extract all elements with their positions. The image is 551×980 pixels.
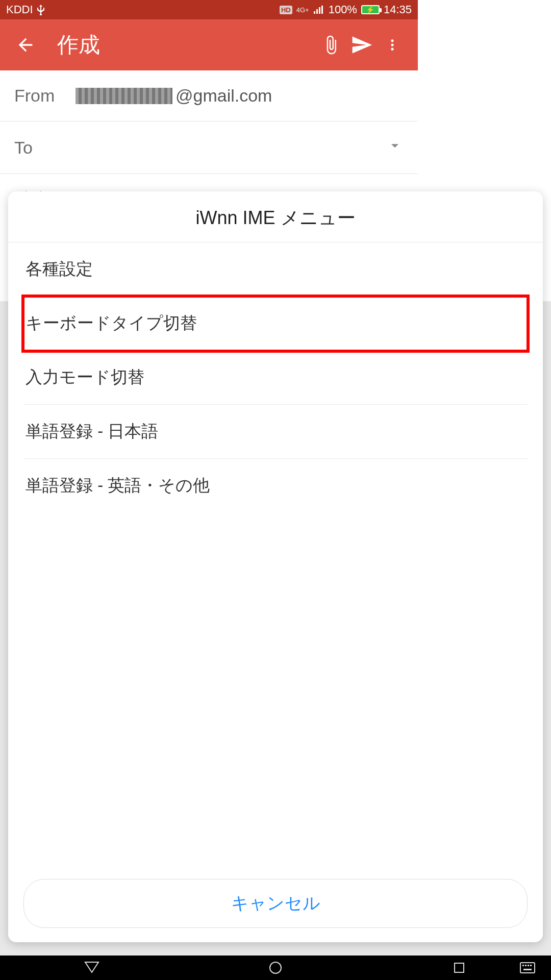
ime-menu-item-dict-en[interactable]: 単語登録 - 英語・その他 [23,459,418,512]
ime-menu-dialog: iWnn IME メニュー 各種設定 キーボードタイプ切替 入力モード切替 単語… [8,191,418,743]
ime-menu-item-settings[interactable]: 各種設定 [23,242,418,297]
ime-menu-item-keyboard-type[interactable]: キーボードタイプ切替 [23,297,418,351]
ime-menu-item-label: 入力モード切替 [26,368,144,386]
ime-menu-item-label: 単語登録 - 英語・その他 [26,476,210,495]
ime-menu-item-label: キーボードタイプ切替 [26,313,197,332]
ime-menu-title: iWnn IME メニュー [8,191,418,242]
ime-menu-backdrop: iWnn IME メニュー 各種設定 キーボードタイプ切替 入力モード切替 単語… [0,0,418,743]
ime-menu-list: 各種設定 キーボードタイプ切替 入力モード切替 単語登録 - 日本語 単語登録 … [8,242,418,743]
ime-menu-item-label: 各種設定 [26,259,93,278]
ime-menu-item-input-mode[interactable]: 入力モード切替 [23,351,418,405]
ime-menu-item-dict-jp[interactable]: 単語登録 - 日本語 [23,405,418,459]
ime-menu-item-label: 単語登録 - 日本語 [26,422,158,440]
